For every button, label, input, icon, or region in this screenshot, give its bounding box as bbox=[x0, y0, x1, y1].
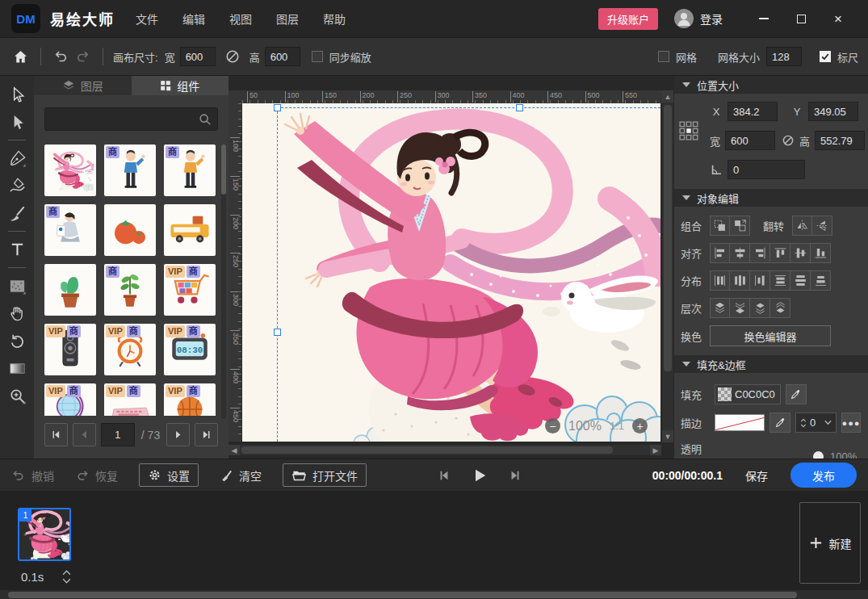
dist-top-button[interactable] bbox=[770, 270, 790, 291]
fill-color-box[interactable]: C0C0C0 bbox=[715, 384, 781, 404]
pen-tool-button[interactable] bbox=[5, 146, 29, 170]
send-to-back-button[interactable] bbox=[730, 298, 750, 318]
publish-button[interactable]: 发布 bbox=[790, 463, 857, 488]
ungroup-button[interactable] bbox=[730, 216, 750, 236]
rotate-tool-button[interactable] bbox=[5, 329, 29, 353]
component-thumbnail-woman-kneel[interactable]: 商 bbox=[44, 204, 96, 256]
grid-size-input[interactable] bbox=[766, 47, 802, 66]
menu-edit[interactable]: 编辑 bbox=[182, 10, 205, 27]
bring-forward-button[interactable] bbox=[750, 298, 770, 318]
tab-layers[interactable]: 图层 bbox=[34, 76, 132, 95]
align-right-button[interactable] bbox=[750, 243, 770, 263]
stroke-more-button[interactable]: ●●● bbox=[841, 413, 861, 433]
align-top-button[interactable] bbox=[770, 243, 790, 263]
unlink-size-icon[interactable] bbox=[782, 134, 795, 147]
dist-center-h-button[interactable] bbox=[730, 270, 750, 291]
gradient-tool-button[interactable] bbox=[5, 356, 29, 380]
select-tool-button[interactable] bbox=[5, 82, 29, 107]
flip-h-button[interactable] bbox=[792, 216, 812, 236]
menu-view[interactable]: 视图 bbox=[229, 10, 252, 27]
scroll-right-icon[interactable]: ▶ bbox=[650, 445, 661, 455]
next-page-button[interactable] bbox=[166, 423, 190, 446]
selection-handle-top-left[interactable] bbox=[274, 104, 281, 111]
curve-pen-tool-button[interactable] bbox=[5, 174, 29, 198]
zoom-ratio-button[interactable]: 1:1 bbox=[610, 420, 624, 432]
undo-frame-button[interactable]: 撤销 bbox=[11, 467, 54, 484]
section-position-header[interactable]: 位置大小 bbox=[674, 76, 868, 94]
menu-layer[interactable]: 图层 bbox=[276, 10, 299, 27]
scroll-down-icon[interactable]: ▼ bbox=[662, 430, 673, 442]
hand-tool-button[interactable] bbox=[5, 301, 29, 325]
bring-to-front-button[interactable] bbox=[710, 298, 730, 318]
menu-help[interactable]: 帮助 bbox=[323, 10, 346, 27]
canvas-vertical-scrollbar[interactable]: ▲ ▼ bbox=[662, 90, 673, 442]
avatar[interactable] bbox=[674, 9, 694, 28]
dist-right-button[interactable] bbox=[750, 270, 770, 291]
scroll-left-icon[interactable]: ◀ bbox=[229, 445, 240, 455]
direct-select-tool-button[interactable] bbox=[5, 110, 29, 134]
section-object-header[interactable]: 对象编辑 bbox=[674, 189, 868, 207]
undo-button[interactable] bbox=[51, 46, 72, 67]
align-center-h-button[interactable] bbox=[730, 243, 750, 263]
selection-handle-top-mid[interactable] bbox=[516, 104, 523, 111]
stroke-color-box[interactable] bbox=[715, 414, 765, 431]
component-thumbnail-plant[interactable]: 商 bbox=[104, 264, 156, 316]
component-thumbnail-man-orange[interactable]: 商 bbox=[164, 145, 216, 196]
dist-left-button[interactable] bbox=[710, 270, 730, 291]
tab-components[interactable]: 组件 bbox=[132, 76, 229, 95]
component-thumbnail-tomato[interactable] bbox=[104, 204, 156, 256]
search-input[interactable] bbox=[45, 108, 217, 130]
component-thumbnail-digital-clock[interactable]: VIP商08:30 bbox=[164, 324, 216, 375]
group-button[interactable] bbox=[710, 216, 730, 236]
component-thumbnail-keyboard[interactable]: VIP商 bbox=[104, 383, 156, 416]
ruler-checkbox[interactable] bbox=[820, 51, 831, 62]
stroke-eyedropper-button[interactable] bbox=[769, 413, 790, 433]
redo-button[interactable] bbox=[72, 46, 93, 67]
close-button[interactable]: × bbox=[820, 6, 857, 31]
search-icon[interactable] bbox=[198, 112, 212, 129]
zoom-in-button[interactable]: + bbox=[632, 418, 648, 434]
align-left-button[interactable] bbox=[710, 243, 730, 263]
scroll-up-icon[interactable]: ▲ bbox=[662, 90, 673, 103]
flip-v-button[interactable] bbox=[812, 216, 832, 236]
height-input[interactable] bbox=[815, 131, 865, 150]
sync-scale-checkbox[interactable] bbox=[312, 51, 323, 62]
open-file-button[interactable]: 打开文件 bbox=[283, 463, 367, 487]
unlink-icon[interactable] bbox=[222, 46, 243, 67]
width-input[interactable] bbox=[725, 131, 775, 150]
text-tool-button[interactable] bbox=[5, 237, 29, 262]
x-input[interactable] bbox=[728, 102, 778, 121]
canvas-width-input[interactable] bbox=[180, 47, 216, 66]
play-icon[interactable] bbox=[472, 467, 488, 484]
brush-tool-button[interactable] bbox=[5, 201, 29, 225]
zoom-tool-button[interactable] bbox=[5, 383, 29, 408]
component-thumbnail-remote[interactable]: VIP商 bbox=[44, 324, 96, 375]
save-button[interactable]: 保存 bbox=[745, 467, 768, 484]
rotation-input[interactable] bbox=[728, 160, 805, 179]
send-backward-button[interactable] bbox=[770, 298, 790, 318]
timeline-scrollbar[interactable] bbox=[0, 590, 868, 599]
align-middle-v-button[interactable] bbox=[790, 243, 811, 263]
new-frame-button[interactable]: 新建 bbox=[799, 502, 861, 584]
canvas-artwork[interactable] bbox=[242, 103, 660, 442]
align-bottom-button[interactable] bbox=[811, 243, 831, 263]
stepper-down-icon[interactable] bbox=[61, 578, 72, 584]
menu-file[interactable]: 文件 bbox=[136, 10, 158, 27]
prev-frame-icon[interactable] bbox=[438, 469, 451, 482]
stroke-width-stepper[interactable]: 0 bbox=[795, 413, 837, 433]
opacity-slider-knob[interactable] bbox=[813, 451, 824, 459]
left-panel-scrollbar[interactable] bbox=[221, 145, 226, 419]
selection-handle-left-mid[interactable] bbox=[274, 329, 281, 336]
component-thumbnail-cart[interactable]: VIP商 bbox=[164, 264, 216, 316]
upgrade-account-button[interactable]: 升级账户 bbox=[598, 8, 658, 30]
fill-eyedropper-button[interactable] bbox=[786, 384, 807, 404]
component-thumbnail-alarm-clock[interactable]: VIP商 bbox=[104, 324, 156, 375]
settings-button[interactable]: 设置 bbox=[139, 463, 199, 487]
clear-button[interactable]: 清空 bbox=[220, 467, 262, 484]
component-thumbnail-cactus[interactable] bbox=[44, 264, 96, 316]
grid-checkbox[interactable] bbox=[658, 51, 669, 62]
maximize-button[interactable] bbox=[782, 6, 820, 31]
duration-stepper[interactable] bbox=[61, 570, 72, 584]
component-thumbnail-bus[interactable] bbox=[164, 204, 216, 256]
section-fill-header[interactable]: 填充&边框 bbox=[674, 355, 868, 373]
